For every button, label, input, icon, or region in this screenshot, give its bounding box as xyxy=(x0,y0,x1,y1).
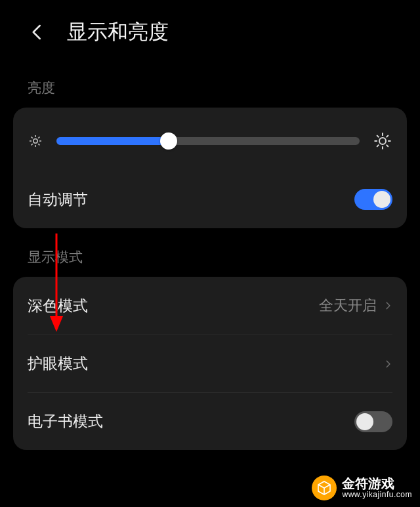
back-icon[interactable] xyxy=(28,22,47,42)
ebook-mode-label: 电子书模式 xyxy=(28,411,103,432)
svg-line-17 xyxy=(387,135,388,137)
svg-line-7 xyxy=(32,144,33,145)
chevron-right-icon xyxy=(383,357,392,371)
auto-brightness-label: 自动调节 xyxy=(28,190,88,210)
ebook-mode-row: 电子书模式 xyxy=(28,392,392,450)
svg-point-9 xyxy=(379,138,386,144)
auto-brightness-row: 自动调节 xyxy=(28,171,392,228)
watermark: 金符游戏 www.yikajinfu.com xyxy=(306,473,417,503)
svg-line-8 xyxy=(38,137,39,138)
svg-point-0 xyxy=(33,139,37,143)
brightness-card: 自动调节 xyxy=(13,108,407,228)
ebook-mode-toggle[interactable] xyxy=(354,411,392,432)
section-label-display-mode: 显示模式 xyxy=(0,228,420,277)
watermark-url: www.yikajinfu.com xyxy=(342,491,412,499)
svg-line-5 xyxy=(32,137,33,138)
brightness-slider-row xyxy=(28,127,392,171)
svg-line-16 xyxy=(377,145,379,147)
watermark-title: 金符游戏 xyxy=(342,476,412,491)
svg-line-15 xyxy=(387,145,388,147)
eye-care-label: 护眼模式 xyxy=(28,354,88,374)
eye-care-row[interactable]: 护眼模式 xyxy=(28,335,392,392)
dark-mode-row[interactable]: 深色模式 全天开启 xyxy=(28,277,392,335)
section-label-brightness: 亮度 xyxy=(0,59,420,108)
page-title: 显示和亮度 xyxy=(67,18,169,46)
brightness-high-icon xyxy=(373,131,392,151)
svg-line-6 xyxy=(38,144,39,145)
auto-brightness-toggle[interactable] xyxy=(354,189,392,210)
chevron-right-icon xyxy=(383,298,392,313)
brightness-slider[interactable] xyxy=(56,137,360,145)
svg-line-14 xyxy=(377,135,379,137)
slider-thumb[interactable] xyxy=(160,132,177,150)
brightness-low-icon xyxy=(28,133,43,149)
dark-mode-value: 全天开启 xyxy=(319,296,377,315)
watermark-logo-icon xyxy=(312,476,337,500)
display-mode-card: 深色模式 全天开启 护眼模式 电子书模式 xyxy=(13,277,407,450)
dark-mode-label: 深色模式 xyxy=(28,296,88,316)
